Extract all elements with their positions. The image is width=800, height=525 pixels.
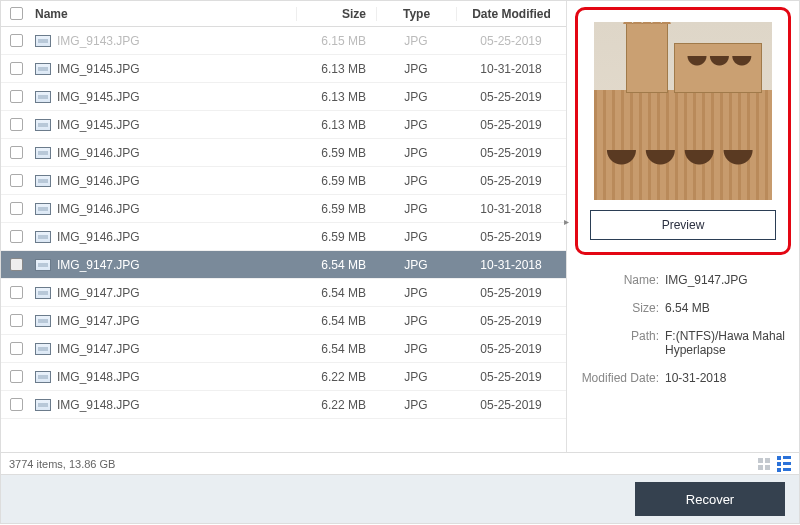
row-checkbox[interactable] [10,342,23,355]
table-row[interactable]: IMG_9146.JPG6.59 MBJPG05-25-2019 [1,167,566,195]
list-icon [777,456,791,472]
preview-button[interactable]: Preview [590,210,776,240]
image-file-icon [35,343,51,355]
file-date: 05-25-2019 [456,398,566,412]
recover-button[interactable]: Recover [635,482,785,516]
status-bar: 3774 items, 13.86 GB [0,453,800,475]
file-type: JPG [376,230,456,244]
table-row[interactable]: IMG_9147.JPG6.54 MBJPG05-25-2019 [1,279,566,307]
row-checkbox[interactable] [10,314,23,327]
row-checkbox[interactable] [10,370,23,383]
file-size: 6.54 MB [296,258,376,272]
action-bar: Recover [0,475,800,524]
file-date: 05-25-2019 [456,370,566,384]
file-name: IMG_9146.JPG [57,230,140,244]
file-name: IMG_9147.JPG [57,342,140,356]
file-date: 05-25-2019 [456,118,566,132]
meta-value-size: 6.54 MB [665,301,791,315]
row-checkbox[interactable] [10,146,23,159]
row-checkbox[interactable] [10,202,23,215]
row-checkbox[interactable] [10,90,23,103]
view-list-button[interactable] [775,456,793,472]
table-row[interactable]: IMG_9147.JPG6.54 MBJPG05-25-2019 [1,335,566,363]
table-row[interactable]: IMG_9146.JPG6.59 MBJPG05-25-2019 [1,223,566,251]
file-type: JPG [376,314,456,328]
row-checkbox[interactable] [10,258,23,271]
file-type: JPG [376,34,456,48]
table-row[interactable]: IMG_9145.JPG6.13 MBJPG10-31-2018 [1,55,566,83]
file-date: 05-25-2019 [456,34,566,48]
meta-label-size: Size: [575,301,665,315]
file-date: 05-25-2019 [456,286,566,300]
meta-value-path: F:(NTFS)/Hawa Mahal Hyperlapse [665,329,791,357]
image-file-icon [35,315,51,327]
file-name: IMG_9148.JPG [57,370,140,384]
image-file-icon [35,203,51,215]
table-row[interactable]: IMG_9146.JPG6.59 MBJPG05-25-2019 [1,139,566,167]
file-date: 05-25-2019 [456,342,566,356]
row-checkbox[interactable] [10,230,23,243]
file-list-pane: Name Size Type Date Modified IMG_9143.JP… [1,1,567,452]
file-date: 10-31-2018 [456,202,566,216]
file-name: IMG_9145.JPG [57,90,140,104]
row-checkbox[interactable] [10,286,23,299]
file-size: 6.22 MB [296,398,376,412]
file-size: 6.59 MB [296,174,376,188]
table-row[interactable]: IMG_9145.JPG6.13 MBJPG05-25-2019 [1,111,566,139]
file-name: IMG_9146.JPG [57,174,140,188]
file-name: IMG_9148.JPG [57,398,140,412]
preview-highlight-box: Preview [575,7,791,255]
table-row[interactable]: IMG_9147.JPG6.54 MBJPG05-25-2019 [1,307,566,335]
file-type: JPG [376,62,456,76]
file-date: 10-31-2018 [456,258,566,272]
file-type: JPG [376,370,456,384]
table-row[interactable]: IMG_9147.JPG6.54 MBJPG10-31-2018 [1,251,566,279]
row-checkbox[interactable] [10,118,23,131]
file-size: 6.54 MB [296,314,376,328]
file-size: 6.54 MB [296,342,376,356]
view-grid-button[interactable] [755,456,773,472]
file-size: 6.59 MB [296,230,376,244]
col-header-date[interactable]: Date Modified [456,7,566,21]
image-file-icon [35,147,51,159]
file-type: JPG [376,90,456,104]
image-file-icon [35,35,51,47]
image-file-icon [35,259,51,271]
row-checkbox[interactable] [10,174,23,187]
col-header-name[interactable]: Name [31,7,296,21]
file-size: 6.13 MB [296,118,376,132]
image-file-icon [35,399,51,411]
image-file-icon [35,287,51,299]
file-size: 6.13 MB [296,62,376,76]
image-file-icon [35,91,51,103]
file-date: 05-25-2019 [456,230,566,244]
file-type: JPG [376,202,456,216]
col-header-type[interactable]: Type [376,7,456,21]
file-size: 6.54 MB [296,286,376,300]
meta-label-name: Name: [575,273,665,287]
table-row[interactable]: IMG_9146.JPG6.59 MBJPG10-31-2018 [1,195,566,223]
row-checkbox[interactable] [10,398,23,411]
table-row[interactable]: IMG_9143.JPG6.15 MBJPG05-25-2019 [1,27,566,55]
table-row[interactable]: IMG_9148.JPG6.22 MBJPG05-25-2019 [1,391,566,419]
row-checkbox[interactable] [10,62,23,75]
table-row[interactable]: IMG_9145.JPG6.13 MBJPG05-25-2019 [1,83,566,111]
file-name: IMG_9146.JPG [57,146,140,160]
file-name: IMG_9145.JPG [57,62,140,76]
meta-label-modified: Modified Date: [575,371,665,385]
file-name: IMG_9143.JPG [57,34,140,48]
file-type: JPG [376,118,456,132]
pane-collapse-handle[interactable]: ▸ [560,211,572,231]
table-row[interactable]: IMG_9148.JPG6.22 MBJPG05-25-2019 [1,363,566,391]
file-name: IMG_9145.JPG [57,118,140,132]
file-size: 6.59 MB [296,202,376,216]
row-checkbox[interactable] [10,34,23,47]
col-header-size[interactable]: Size [296,7,376,21]
file-date: 05-25-2019 [456,90,566,104]
file-size: 6.22 MB [296,370,376,384]
image-file-icon [35,371,51,383]
select-all-checkbox[interactable] [10,7,23,20]
meta-label-path: Path: [575,329,665,357]
file-type: JPG [376,174,456,188]
file-name: IMG_9147.JPG [57,258,140,272]
